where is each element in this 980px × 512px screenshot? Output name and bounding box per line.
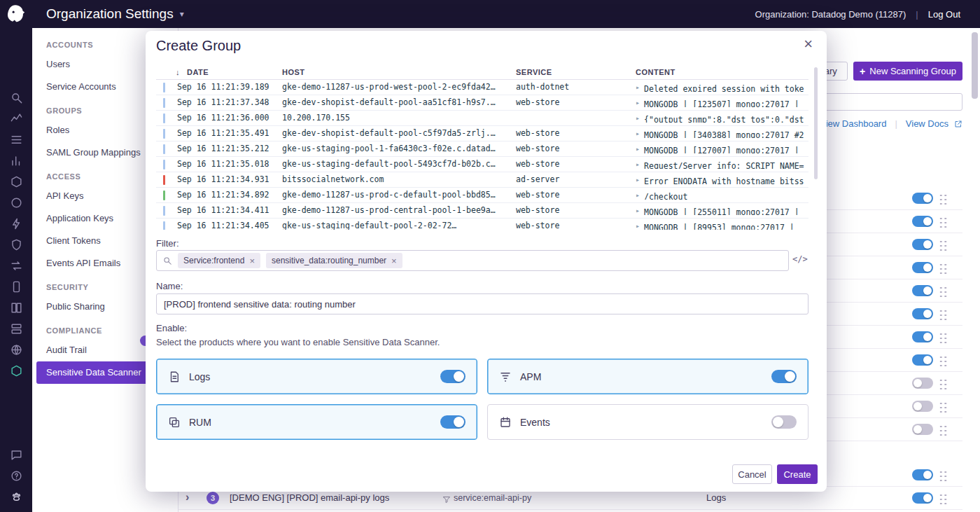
log-row[interactable]: Sep 16 11:21:35.018 gke-us-staging-defau… xyxy=(156,157,808,172)
drag-handle-icon[interactable] xyxy=(938,308,947,320)
group-enabled-toggle[interactable] xyxy=(912,239,933,250)
create-button[interactable]: Create xyxy=(777,464,818,484)
group-enabled-toggle[interactable] xyxy=(912,354,933,366)
log-service: web-store xyxy=(516,159,634,169)
group-name-input[interactable] xyxy=(156,293,808,314)
network-icon[interactable] xyxy=(10,343,23,357)
synthetics-icon[interactable] xyxy=(10,196,23,209)
infrastructure-icon[interactable] xyxy=(10,175,23,188)
expand-caret-icon[interactable]: ▸ xyxy=(636,176,640,184)
chevron-down-icon[interactable]: ▾ xyxy=(180,9,184,19)
product-card-rum[interactable]: RUM xyxy=(156,404,477,440)
product-card-apm[interactable]: APM xyxy=(487,359,808,394)
log-row[interactable]: Sep 16 11:21:36.000 10.200.170.155 ▸{"ou… xyxy=(156,111,808,126)
expand-caret-icon[interactable]: ▸ xyxy=(636,160,640,168)
col-content[interactable]: CONTENT xyxy=(636,68,676,76)
sort-desc-icon[interactable]: ↓ xyxy=(176,68,180,76)
expand-chevron-icon[interactable]: › xyxy=(186,491,189,504)
datadog-logo[interactable] xyxy=(4,2,29,27)
log-row[interactable]: Sep 16 11:21:39.189 gke-demo-11287-us-pr… xyxy=(156,80,808,95)
drag-handle-icon[interactable] xyxy=(938,424,947,436)
page-title: Organization Settings xyxy=(46,6,174,22)
view-dashboard-link[interactable]: View Dashboard xyxy=(820,118,886,129)
security-icon[interactable] xyxy=(10,238,23,251)
group-enabled-toggle[interactable] xyxy=(912,331,933,343)
drag-handle-icon[interactable] xyxy=(938,378,947,389)
expand-caret-icon[interactable]: ▸ xyxy=(636,191,640,199)
view-docs-link[interactable]: View Docs xyxy=(906,118,948,129)
separator: | xyxy=(895,118,897,129)
rule-count-badge: 3 xyxy=(206,492,219,504)
notebooks-icon[interactable] xyxy=(10,301,23,314)
group-enabled-toggle[interactable] xyxy=(912,469,933,480)
chat-icon[interactable] xyxy=(10,448,23,462)
modal-scrollbar[interactable] xyxy=(814,67,818,179)
mobile-icon[interactable] xyxy=(10,280,23,293)
remove-filter-icon[interactable]: × xyxy=(249,256,255,265)
col-service[interactable]: SERVICE xyxy=(516,68,552,76)
log-row[interactable]: Sep 16 11:21:34.405 gke-us-staging-defau… xyxy=(156,219,808,230)
expand-caret-icon[interactable]: ▸ xyxy=(636,83,640,91)
filter-pill: Service:frontend× xyxy=(178,253,260,268)
code-view-icon[interactable]: </> xyxy=(792,254,808,264)
drag-handle-icon[interactable] xyxy=(938,285,947,297)
expand-caret-icon[interactable]: ▸ xyxy=(636,207,640,214)
close-icon[interactable]: × xyxy=(804,36,813,52)
log-row[interactable]: Sep 16 11:21:37.348 gke-dev-shopist-defa… xyxy=(156,95,808,111)
enable-description: Select the products where you want to en… xyxy=(156,337,440,347)
drag-handle-icon[interactable] xyxy=(938,469,947,481)
log-row[interactable]: Sep 16 11:21:34.892 gke-demo-11287-us-pr… xyxy=(156,188,808,203)
integrations-icon[interactable] xyxy=(10,259,23,272)
group-enabled-toggle[interactable] xyxy=(912,262,933,273)
drag-handle-icon[interactable] xyxy=(938,193,947,205)
product-toggle[interactable] xyxy=(771,370,797,383)
drag-handle-icon[interactable] xyxy=(938,262,947,274)
group-enabled-toggle[interactable] xyxy=(912,193,933,204)
group-enabled-toggle[interactable] xyxy=(912,216,933,227)
col-host[interactable]: HOST xyxy=(282,68,305,76)
expand-caret-icon[interactable]: ▸ xyxy=(636,145,640,153)
log-host: gke-dev-shopist-default-pool-aa51cf81-h9… xyxy=(282,97,513,107)
watchdog-icon[interactable] xyxy=(10,112,23,125)
group-enabled-toggle[interactable] xyxy=(912,424,933,435)
help-icon[interactable] xyxy=(10,469,23,483)
log-row[interactable]: Sep 16 11:21:34.411 gke-demo-11287-us-pr… xyxy=(156,203,808,219)
expand-caret-icon[interactable]: ▸ xyxy=(636,99,640,106)
new-scanning-group-button[interactable]: + New Scanning Group xyxy=(853,62,962,81)
logout-link[interactable]: Log Out xyxy=(928,9,960,20)
group-enabled-toggle[interactable] xyxy=(912,378,933,389)
filter-input[interactable]: Service:frontend× sensitive_data:routing… xyxy=(156,250,789,271)
product-toggle[interactable] xyxy=(771,415,797,429)
drag-handle-icon[interactable] xyxy=(938,216,947,228)
cancel-button[interactable]: Cancel xyxy=(732,464,772,484)
page-scrollbar[interactable] xyxy=(972,32,978,99)
col-date[interactable]: DATE xyxy=(187,68,209,76)
group-enabled-toggle[interactable] xyxy=(912,308,933,319)
drag-handle-icon[interactable] xyxy=(938,354,947,366)
expand-caret-icon[interactable]: ▸ xyxy=(636,130,640,137)
log-row[interactable]: Sep 16 11:21:35.212 gke-us-staging-pool-… xyxy=(156,141,808,157)
log-row[interactable]: Sep 16 11:21:35.491 gke-dev-shopist-defa… xyxy=(156,126,808,141)
bits-dog-icon[interactable] xyxy=(10,490,23,504)
product-toggle[interactable] xyxy=(440,415,465,429)
product-card-logs[interactable]: Logs xyxy=(156,359,477,394)
drag-handle-icon[interactable] xyxy=(938,239,947,251)
remove-filter-icon[interactable]: × xyxy=(391,256,397,265)
expand-caret-icon[interactable]: ▸ xyxy=(636,114,640,122)
group-enabled-toggle[interactable] xyxy=(912,401,933,412)
drag-handle-icon[interactable] xyxy=(938,331,947,343)
rum-icon[interactable] xyxy=(10,217,23,230)
log-management-icon[interactable] xyxy=(10,133,23,146)
metrics-icon[interactable] xyxy=(10,154,23,167)
dashboards-icon[interactable] xyxy=(10,322,23,335)
log-row[interactable]: Sep 16 11:21:34.931 bitssocialnetwork.co… xyxy=(156,172,808,188)
drag-handle-icon[interactable] xyxy=(938,401,947,413)
group-enabled-toggle[interactable] xyxy=(912,285,933,296)
scanner-icon[interactable] xyxy=(10,364,23,378)
search-icon[interactable] xyxy=(10,91,23,104)
group-enabled-toggle[interactable] xyxy=(912,492,933,504)
drag-handle-icon[interactable] xyxy=(938,492,947,504)
product-toggle[interactable] xyxy=(440,370,465,383)
product-card-events[interactable]: Events xyxy=(487,404,808,440)
expand-caret-icon[interactable]: ▸ xyxy=(636,222,640,230)
